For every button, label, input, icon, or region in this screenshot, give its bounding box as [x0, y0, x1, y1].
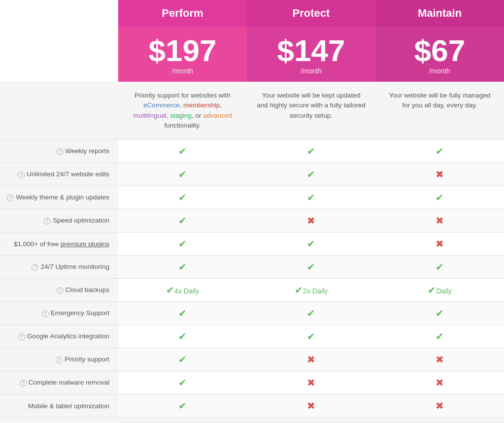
- cta-row: GET STARTED GET STARTED GET STARTED: [0, 418, 504, 423]
- help-icon[interactable]: ?: [32, 264, 38, 271]
- help-icon[interactable]: ?: [18, 333, 25, 340]
- check-icon: ✔: [307, 261, 315, 272]
- feature-perform-cell: ✔: [118, 163, 247, 186]
- check-icon: ✔: [178, 400, 187, 411]
- plan-perform-name: Perform: [162, 7, 203, 19]
- feature-perform-cell: ✔4x Daily: [118, 279, 247, 302]
- feature-protect-cell: ✔2x Daily: [247, 279, 375, 302]
- feature-maintain-cell: ✔: [375, 325, 504, 348]
- feature-label: ?Emergency Support: [0, 302, 118, 325]
- feature-row: ?Weekly theme & plugin updates ✔ ✔ ✔: [0, 186, 504, 209]
- price-label-cell: [0, 27, 118, 82]
- feature-perform-cell: ✔: [118, 325, 247, 348]
- check-icon: ✔: [166, 285, 174, 295]
- plan-maintain-desc: Your website will be fully managed for y…: [375, 82, 504, 140]
- feature-protect-cell: ✔: [247, 163, 375, 186]
- plan-protect-desc: Your website will be kept updated and hi…: [247, 82, 375, 140]
- feature-protect-cell: ✔: [247, 186, 375, 209]
- check-icon: ✔: [307, 146, 315, 157]
- feature-maintain-cell: ✔: [375, 256, 504, 279]
- feature-protect-cell: ✔: [247, 256, 375, 279]
- cross-icon: ✖: [436, 215, 444, 226]
- feature-perform-cell: ✔: [118, 302, 247, 325]
- feature-label: ?Speed optimization: [0, 209, 118, 232]
- maintain-description: Your website will be fully managed for y…: [389, 92, 491, 109]
- feature-label: ?Weekly theme & plugin updates: [0, 186, 118, 209]
- help-icon[interactable]: ?: [20, 380, 27, 387]
- feature-label: ?Cloud backups: [0, 279, 118, 302]
- help-icon[interactable]: ?: [7, 195, 14, 201]
- feature-perform-cell: ✔: [118, 348, 247, 371]
- feature-label: ?Complete malware removal: [0, 371, 118, 394]
- feature-label: ?Weekly reports: [0, 140, 118, 163]
- check-icon: ✔: [436, 192, 444, 203]
- cross-icon: ✖: [307, 215, 315, 226]
- plan-protect-price-cell: $147 /month: [247, 27, 375, 82]
- feature-perform-cell: ✔: [118, 256, 247, 279]
- maintain-period: /month: [380, 67, 499, 75]
- help-icon[interactable]: ?: [56, 148, 63, 155]
- feature-perform-cell: ✔: [118, 209, 247, 232]
- feature-maintain-cell: ✔: [375, 140, 504, 163]
- feature-label: ?Unlimited 24/7 website edits: [0, 163, 118, 186]
- perform-period: /month: [123, 67, 242, 75]
- maintain-price: $67: [380, 35, 499, 66]
- cross-icon: ✖: [436, 400, 444, 411]
- feature-perform-cell: ✔: [118, 394, 247, 418]
- feature-maintain-cell: ✖: [375, 371, 504, 394]
- feature-perform-cell: ✔: [118, 232, 247, 256]
- feature-row: ?Priority support ✔ ✖ ✖: [0, 348, 504, 371]
- feature-protect-cell: ✔: [247, 302, 375, 325]
- feature-row: ?Cloud backups ✔4x Daily ✔2x Daily ✔Dail…: [0, 279, 504, 302]
- cross-icon: ✖: [436, 238, 444, 249]
- check-icon: ✔: [178, 331, 187, 342]
- feature-protect-cell: ✖: [247, 348, 375, 371]
- check-text: 2x Daily: [303, 287, 328, 295]
- plan-perform-header: Perform: [118, 0, 247, 27]
- plan-maintain-name: Maintain: [418, 7, 462, 19]
- help-icon[interactable]: ?: [57, 287, 64, 294]
- perform-price: $197: [123, 35, 242, 66]
- feature-row: ?24/7 Uptime monitoring ✔ ✔ ✔: [0, 256, 504, 279]
- feature-perform-cell: ✔: [118, 186, 247, 209]
- check-icon: ✔: [307, 192, 315, 203]
- plan-maintain-price-cell: $67 /month: [375, 27, 504, 82]
- premium-plugins-link[interactable]: premium plugins: [61, 240, 109, 248]
- feature-row: ?Weekly reports ✔ ✔ ✔: [0, 140, 504, 163]
- plan-header-row: Perform Protect Maintain: [0, 0, 504, 27]
- help-icon[interactable]: ?: [44, 218, 51, 225]
- check-icon: ✔: [307, 308, 315, 319]
- pricing-table: Perform Protect Maintain $197 /month $14…: [0, 0, 504, 423]
- check-icon: ✔: [295, 285, 303, 295]
- help-icon[interactable]: ?: [42, 310, 49, 317]
- help-icon[interactable]: ?: [18, 171, 25, 178]
- plan-perform-price-cell: $197 /month: [118, 27, 247, 82]
- plan-protect-name: Protect: [293, 7, 330, 19]
- cross-icon: ✖: [307, 377, 315, 388]
- check-icon: ✔: [307, 331, 315, 342]
- feature-row: ?Emergency Support ✔ ✔ ✔: [0, 302, 504, 325]
- feature-maintain-cell: ✖: [375, 209, 504, 232]
- protect-price: $147: [252, 35, 370, 66]
- feature-label: ?Google Analytics integration: [0, 325, 118, 348]
- perform-description: Priority support for websites with eComm…: [133, 92, 232, 129]
- feature-row: $1,000+ of free premium plugins ✔ ✔ ✖: [0, 232, 504, 256]
- check-icon: ✔: [178, 215, 187, 226]
- check-icon: ✔: [178, 308, 187, 319]
- feature-protect-cell: ✔: [247, 325, 375, 348]
- feature-maintain-cell: ✖: [375, 394, 504, 418]
- feature-maintain-cell: ✖: [375, 348, 504, 371]
- feature-label: ?Priority support: [0, 348, 118, 371]
- help-icon[interactable]: ?: [56, 357, 63, 363]
- check-text: 4x Daily: [174, 287, 199, 295]
- feature-row: ?Complete malware removal ✔ ✖ ✖: [0, 371, 504, 394]
- check-icon: ✔: [178, 377, 187, 388]
- check-icon: ✔: [178, 146, 187, 157]
- check-text: Daily: [436, 287, 451, 295]
- check-icon: ✔: [178, 261, 187, 272]
- desc-label-cell: [0, 82, 118, 140]
- feature-label: $1,000+ of free premium plugins: [0, 232, 118, 256]
- feature-row: Mobile & tablet optimization ✔ ✖ ✖: [0, 394, 504, 418]
- plan-maintain-header: Maintain: [375, 0, 504, 27]
- feature-protect-cell: ✖: [247, 209, 375, 232]
